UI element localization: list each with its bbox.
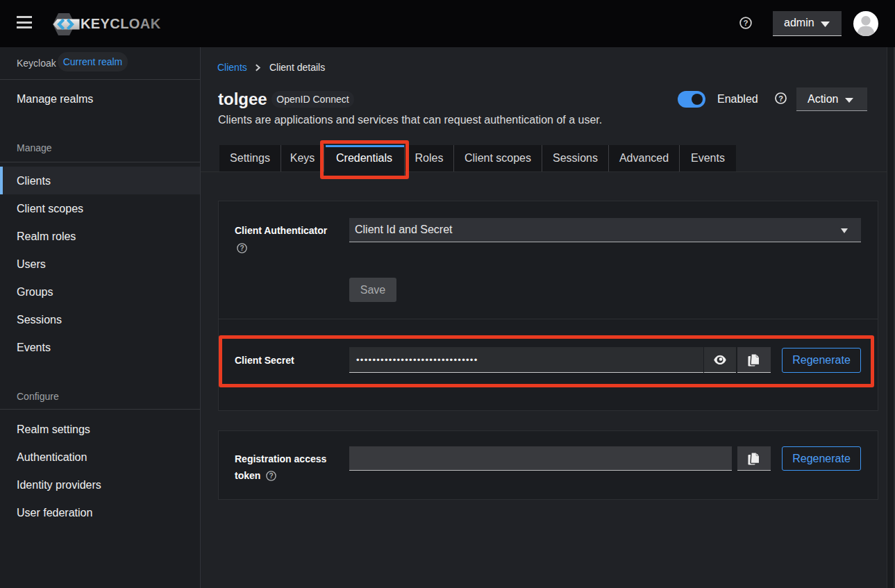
svg-text:?: ? [743,19,748,27]
svg-text:?: ? [240,244,244,252]
svg-text:?: ? [269,472,273,480]
svg-text:?: ? [778,94,783,103]
